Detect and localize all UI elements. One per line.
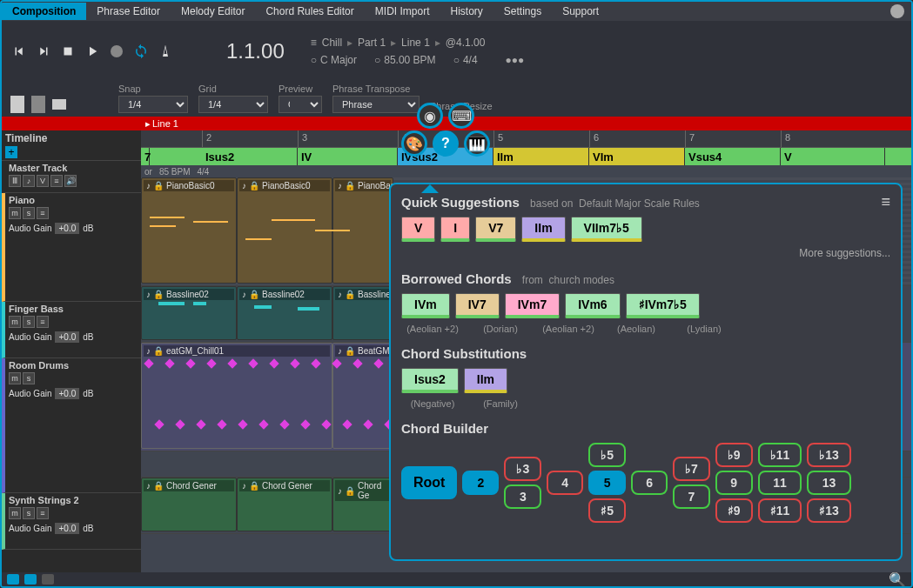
menu-melody-editor[interactable]: Melody Editor xyxy=(171,3,255,20)
master-track-header[interactable]: Master Track xyxy=(9,163,138,173)
builder-cell[interactable]: 13 xyxy=(807,471,851,495)
chord-chip[interactable]: Isus2 xyxy=(401,368,459,393)
key-display[interactable]: C Major xyxy=(311,54,357,66)
master-btn-3[interactable]: V xyxy=(37,175,49,187)
menu-history[interactable]: History xyxy=(440,3,493,20)
status-info-icon[interactable] xyxy=(7,574,19,585)
menu-support[interactable]: Support xyxy=(552,3,609,20)
master-btn-1[interactable]: Ⅲ xyxy=(9,175,21,187)
builder-cell[interactable]: 9 xyxy=(715,471,753,495)
menu-chord-rules[interactable]: Chord Rules Editor xyxy=(255,3,364,20)
chord-chip[interactable]: V xyxy=(401,217,435,242)
timesig-display[interactable]: 4/4 xyxy=(453,54,478,66)
radial-help-icon[interactable]: ? xyxy=(433,130,459,157)
chord-chip[interactable]: IV7 xyxy=(455,293,500,318)
breadcrumb-project[interactable]: Chill xyxy=(322,37,342,49)
new-file-icon[interactable] xyxy=(10,96,24,113)
chord-block[interactable]: IV xyxy=(298,148,398,165)
builder-cell[interactable]: ♭9 xyxy=(715,443,753,467)
open-file-icon[interactable] xyxy=(31,96,45,113)
track-bass[interactable]: Finger Bass ms≡ Audio Gain+0.0dB xyxy=(2,302,141,358)
bpm-display[interactable]: 85.00 BPM xyxy=(374,54,436,66)
menu-composition[interactable]: Composition xyxy=(2,3,86,20)
master-btn-5[interactable]: 🔊 xyxy=(64,175,77,187)
builder-cell[interactable]: ♯11 xyxy=(758,498,802,523)
track-drums[interactable]: Room Drums ms Audio Gain+0.0dB Open Hi-h… xyxy=(2,358,141,493)
zoom-icon[interactable]: 🔍 xyxy=(889,571,906,588)
chord-chip[interactable]: ♯IVm7♭5 xyxy=(626,293,700,318)
grid-select[interactable]: 1/4 xyxy=(198,96,268,113)
chord-block[interactable]: VIm xyxy=(589,148,685,165)
record-button[interactable] xyxy=(108,43,125,60)
breadcrumb-line[interactable]: Line 1 xyxy=(401,37,430,49)
builder-cell[interactable]: ♯13 xyxy=(807,498,851,523)
transpose-select[interactable]: Phrase xyxy=(332,96,420,113)
more-icon[interactable]: ●●● xyxy=(506,54,525,66)
chord-block[interactable]: Vsus4 xyxy=(685,148,781,165)
menu-settings[interactable]: Settings xyxy=(493,3,552,20)
builder-cell[interactable]: 11 xyxy=(758,471,802,495)
status-keyboard-icon[interactable] xyxy=(42,574,54,585)
radial-keyboard-icon[interactable]: ⌨ xyxy=(448,103,474,129)
builder-cell[interactable]: 5 xyxy=(588,471,626,495)
builder-cell[interactable]: 7 xyxy=(673,484,710,509)
rewind-button[interactable] xyxy=(10,43,28,60)
builder-cell[interactable]: ♭11 xyxy=(758,443,802,467)
save-file-icon[interactable] xyxy=(52,99,66,110)
radial-palette-icon[interactable]: 🎨 xyxy=(401,130,427,157)
chord-chip[interactable]: V7 xyxy=(475,217,516,242)
menu-midi-import[interactable]: MIDI Import xyxy=(365,3,440,20)
ruler[interactable]: 2 3 4 5 6 7 8 xyxy=(141,130,911,148)
disc-icon[interactable] xyxy=(890,4,904,18)
builder-cell[interactable]: ♭3 xyxy=(504,457,541,481)
chord-chip[interactable]: IIm xyxy=(521,217,565,242)
radial-knob-icon[interactable]: ◉ xyxy=(417,103,443,129)
panel-menu-icon[interactable]: ≡ xyxy=(881,193,890,211)
menu-phrase-editor[interactable]: Phrase Editor xyxy=(86,3,171,20)
metronome-button[interactable] xyxy=(157,43,174,60)
builder-cell[interactable]: 6 xyxy=(631,471,668,495)
loop-button[interactable] xyxy=(132,43,150,60)
track-strings[interactable]: Synth Strings 2 ms≡ Audio Gain+0.0dB xyxy=(2,493,141,550)
chord-chip[interactable]: I xyxy=(440,217,470,242)
builder-cell[interactable]: ♭7 xyxy=(673,457,710,481)
radial-piano-icon[interactable]: 🎹 xyxy=(464,130,490,157)
chord-chip[interactable]: VIIm7♭5 xyxy=(571,217,642,242)
mute-btn[interactable]: m xyxy=(9,207,21,219)
builder-cell[interactable]: ♯9 xyxy=(715,498,753,523)
more-suggestions-link[interactable]: More suggestions... xyxy=(401,247,890,259)
builder-2[interactable]: 2 xyxy=(462,471,499,495)
builder-cell[interactable]: 4 xyxy=(547,471,583,495)
master-btn-2[interactable]: ♪ xyxy=(23,175,35,187)
builder-root[interactable]: Root xyxy=(401,466,457,499)
chord-chip[interactable]: IVm xyxy=(401,293,450,318)
builder-cell[interactable]: ♭5 xyxy=(588,443,626,467)
chord-block[interactable]: 7 xyxy=(141,148,150,165)
transpose-label: Phrase Transpose xyxy=(332,84,420,94)
builder-cell[interactable]: 3 xyxy=(504,484,541,509)
chord-chip[interactable]: IVm7 xyxy=(505,293,560,318)
chord-block[interactable]: Isus2 xyxy=(202,148,298,165)
solo-btn[interactable]: s xyxy=(23,207,35,219)
fast-forward-button[interactable] xyxy=(35,43,52,60)
snap-select[interactable]: 1/4 xyxy=(118,96,188,113)
rec-btn[interactable]: ≡ xyxy=(37,207,49,219)
preview-select[interactable]: Off xyxy=(279,96,322,113)
chord-block[interactable]: V xyxy=(781,148,885,165)
stop-button[interactable] xyxy=(59,43,77,60)
builder-cell[interactable]: ♯5 xyxy=(588,498,626,523)
chord-track[interactable]: 7Isus2IVIVsus2IImVImVsus4V xyxy=(141,148,911,165)
breadcrumb-position[interactable]: @4.1.00 xyxy=(446,37,486,49)
master-btn-4[interactable]: ≡ xyxy=(50,175,63,187)
status-midi-icon[interactable] xyxy=(24,574,37,585)
breadcrumb-part[interactable]: Part 1 xyxy=(358,37,386,49)
chord-chip[interactable]: IIm xyxy=(464,368,507,393)
play-button[interactable] xyxy=(84,43,101,60)
add-timeline-button[interactable]: + xyxy=(5,146,17,158)
builder-cell[interactable]: ♭13 xyxy=(807,443,851,467)
breadcrumbs[interactable]: ≡ Chill ▸ Part 1 ▸ Line 1 ▸ @4.1.00 xyxy=(311,37,525,49)
chord-chip[interactable]: IVm6 xyxy=(565,293,620,318)
track-piano[interactable]: Piano ms≡ Audio Gain+0.0dB xyxy=(2,193,141,302)
transport-bar: 1.1.00 ≡ Chill ▸ Part 1 ▸ Line 1 ▸ @4.1.… xyxy=(2,21,911,82)
chord-block[interactable]: IIm xyxy=(493,148,589,165)
